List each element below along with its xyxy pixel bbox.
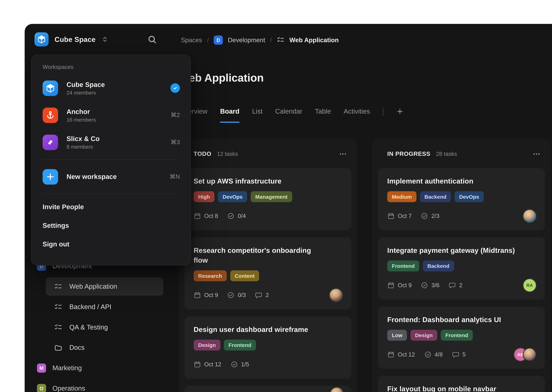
assignee-avatar [523, 348, 536, 360]
task-title: Design user dashboard wireframe [194, 324, 342, 334]
menu-action-settings[interactable]: Settings [31, 216, 190, 235]
column-count: 12 tasks [217, 151, 238, 157]
checklist-progress: 3/6 [421, 281, 440, 289]
task-card[interactable]: Fix layout bug on mobile navbar [378, 376, 545, 392]
sidebar-item-qa-testing[interactable]: QA & Testing [46, 318, 163, 336]
task-card[interactable]: Design user dashboard wireframe Design F… [184, 316, 351, 379]
card-list: Set up AWS infrastructure High DevOps Ma… [184, 168, 351, 392]
checklist-icon [54, 303, 62, 311]
workspace-menu-item-anchor[interactable]: Anchor 16 members ⌘2 [31, 102, 190, 129]
comment-icon [449, 281, 456, 289]
tab-list[interactable]: List [252, 108, 262, 123]
assignee-avatar: RA [523, 279, 536, 291]
task-title: Integrate payment gateway (Midtrans) [387, 245, 536, 255]
due-date: Oct 12 [194, 360, 221, 368]
due-date: Oct 9 [387, 281, 412, 289]
check-circle-icon [227, 291, 235, 299]
cube-workspace-icon [43, 80, 58, 96]
checklist-icon [54, 323, 62, 331]
column-menu-button[interactable] [532, 150, 541, 158]
sidebar-item-backend-api[interactable]: Backend / API [46, 298, 163, 316]
workspace-name: Cube Space [55, 35, 95, 43]
tab-table[interactable]: Table [315, 108, 331, 123]
task-title: Research competitor's onboarding flow [194, 245, 324, 265]
space-badge: O [37, 384, 46, 392]
add-view-button[interactable] [396, 108, 404, 116]
search-button[interactable] [147, 35, 157, 44]
tag: Medium [387, 191, 416, 202]
card-meta: Oct 12 4/8 5 [387, 348, 536, 361]
assignee-avatar [330, 289, 342, 301]
checklist-progress: 2/3 [421, 212, 440, 220]
calendar-icon [387, 351, 395, 358]
tag: Frontend [441, 330, 473, 341]
tab-separator [383, 108, 384, 116]
sidebar-item-label: Operations [52, 385, 85, 392]
menu-divider [42, 194, 180, 194]
task-card[interactable]: Integrate payment gateway (Midtrans) Fro… [378, 237, 545, 300]
task-card[interactable] [184, 386, 351, 392]
tab-activities[interactable]: Activities [344, 108, 370, 123]
tag-list: Low Design Frontend [387, 330, 536, 341]
workspace-members: 8 members [66, 144, 100, 150]
comments-count: 2 [449, 281, 462, 289]
task-card[interactable]: Implement authentication Medium Backend … [378, 168, 545, 230]
tag: Frontend [387, 260, 419, 271]
check-circle-icon [227, 212, 235, 220]
card-meta: Oct 12 1/5 [194, 358, 342, 371]
assignee-avatars [523, 210, 536, 222]
main-content: Web Application Overview Board List Cale… [168, 56, 552, 392]
workspace-menu-item-cube-space[interactable]: Cube Space 24 members [31, 75, 190, 102]
menu-action-invite-people[interactable]: Invite People [31, 197, 190, 216]
task-card[interactable]: Set up AWS infrastructure High DevOps Ma… [184, 168, 351, 230]
due-date: Oct 7 [387, 212, 412, 220]
comments-count: 5 [452, 351, 466, 358]
check-circle-icon [421, 212, 428, 220]
due-date: Oct 9 [194, 291, 218, 299]
workspace-menu-item-slicx[interactable]: Slicx & Co 8 members ⌘3 [31, 129, 190, 156]
workspace-switcher[interactable]: Cube Space [35, 32, 109, 46]
task-card[interactable]: Frontend: Dashboard analytics UI Low Des… [378, 307, 545, 369]
task-title: Frontend: Dashboard analytics UI [387, 315, 536, 324]
new-workspace-label: New workspace [66, 173, 117, 181]
shortcut-label: ⌘2 [171, 112, 180, 119]
menu-action-sign-out[interactable]: Sign out [31, 235, 190, 253]
sidebar-space-marketing[interactable]: M Marketing [32, 358, 163, 378]
workspace-menu: Workspaces Cube Space 24 members Anchor … [31, 55, 191, 266]
column-menu-button[interactable] [339, 150, 347, 158]
shortcut-label: ⌘3 [171, 139, 180, 146]
column-header: TODO 12 tasks [184, 145, 351, 162]
sidebar-item-docs[interactable]: Docs [46, 338, 163, 357]
column-todo: TODO 12 tasks Set up AWS infrastructure … [179, 139, 357, 392]
checklist-progress: 1/5 [231, 360, 249, 368]
space-badge: M [37, 364, 46, 373]
column-title: TODO [194, 150, 211, 157]
card-meta: Oct 9 0/3 2 [194, 289, 342, 301]
workspace-title: Cube Space [66, 81, 105, 88]
sidebar-item-label: Web Application [69, 283, 117, 290]
slicx-workspace-icon [43, 134, 58, 150]
breadcrumb-spaces[interactable]: Spaces [181, 36, 202, 44]
tab-board[interactable]: Board [220, 108, 239, 123]
breadcrumb-page[interactable]: Web Application [290, 36, 339, 44]
tab-calendar[interactable]: Calendar [275, 108, 302, 123]
calendar-icon [194, 212, 201, 220]
new-workspace-item[interactable]: New workspace ⌘N [31, 163, 190, 190]
due-date: Oct 8 [194, 212, 218, 220]
space-badge: D [214, 35, 223, 45]
card-meta: Oct 9 3/6 2 [387, 279, 536, 291]
task-card[interactable]: Research competitor's onboarding flow Re… [184, 237, 351, 309]
breadcrumb-separator: / [207, 36, 209, 44]
tag-list: Research Content [194, 270, 342, 281]
breadcrumb: Spaces / D Development / Web Application [181, 24, 339, 56]
tag: Backend [423, 260, 454, 271]
sidebar-item-label: QA & Testing [69, 323, 108, 331]
breadcrumb-development[interactable]: Development [228, 36, 265, 44]
calendar-icon [387, 281, 395, 289]
sidebar-space-operations[interactable]: O Operations [32, 378, 163, 392]
kanban-board: TODO 12 tasks Set up AWS infrastructure … [179, 139, 551, 392]
task-title: Fix layout bug on mobile navbar [387, 384, 536, 392]
tag: Design [410, 330, 437, 341]
sidebar-item-web-application[interactable]: Web Application [46, 277, 163, 296]
screen: Cube Space Spaces / D Development / Web … [0, 0, 552, 392]
